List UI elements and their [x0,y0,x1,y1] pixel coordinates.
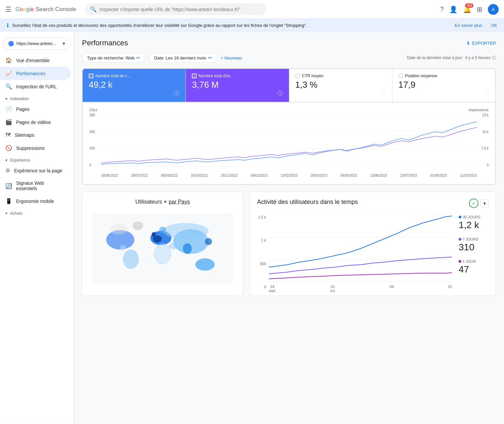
metric-info-icon[interactable]: ⓘ [174,90,179,96]
site-name: https://www.artetor... [16,41,60,46]
x-label-sept24: 24 [270,285,275,289]
metric-card-ctr[interactable]: CTR moyen 1,3 % ⓘ [289,69,392,102]
metric-checkbox[interactable] [89,74,93,78]
sidebar-item-exp-page[interactable]: ⚙ Expérience sur la page [0,164,71,177]
legend-text-1: 1 JOUR [463,259,476,263]
svg-point-8 [123,250,139,269]
sidebar-item-pages[interactable]: 📄 Pages [0,102,71,116]
sidebar-section-experience[interactable]: ▾ Expérience [0,155,74,164]
metric-value: 1,3 % [295,80,386,90]
sidebar-item-label: Ergonomie mobile [16,199,54,204]
dropdown-button[interactable]: ▾ [480,199,489,208]
activity-chart-area: 1,5 k 1 k 500 0 [257,215,452,289]
sidebar-item-videos[interactable]: 🎬 Pages de vidéos [0,116,71,129]
legend-label-7: 7 JOURS [459,237,489,241]
sidebar-item-vue-ensemble[interactable]: 🏠 Vue d'ensemble [0,54,71,67]
site-selector[interactable]: https://www.artetor... ▾ [3,37,71,50]
map-title: Utilisateurs ▾ par Pays [89,199,236,205]
metric-info-icon[interactable]: ⓘ [484,90,489,96]
help-circle-icon[interactable]: ⓘ [492,55,496,61]
x-axis-labels: 18/06/2022 28/07/2022 06/09/2022 16/10/2… [89,174,489,177]
edit-icon: ✏ [136,55,140,60]
y-label-1500: 1,5 k [257,215,266,219]
last-update: Date de la dernière mise à jour : il y a… [407,55,496,61]
x-label-5: 04/01/2023 [251,174,267,177]
sidebar-section-achats[interactable]: ▾ Achats [0,208,74,217]
sidebar-item-mobile[interactable]: 📱 Ergonomie mobile [0,195,71,208]
metric-label: CTR moyen [295,74,386,78]
vitals-icon: 🔄 [5,183,12,189]
sidebar-item-label: Pages de vidéos [16,120,51,125]
x-label-8: 04/05/2023 [340,174,357,177]
notification-badge: 103 [465,3,473,8]
help-icon[interactable]: ? [440,5,444,13]
x-label-1: 28/07/2022 [131,174,148,177]
search-bar[interactable]: 🔍 [85,3,266,15]
map-title-users: Utilisateurs [135,199,162,205]
metric-card-position[interactable]: Position moyenne 17,9 ⓘ [392,69,496,102]
y-label-1000: 1 k [257,238,266,242]
chart-svg [101,113,477,167]
filter-type-label: Type de recherche: Web [87,55,134,60]
sidebar-item-label: Signaux Web essentiels [16,180,66,191]
info-icon: ℹ [7,22,9,29]
metric-checkbox[interactable] [192,74,197,78]
perf-header: Performances ⬇ EXPORTER [82,39,496,47]
metric-info-icon[interactable]: ⓘ [278,90,283,96]
sidebar-item-suppressions[interactable]: 🚫 Suppressions [0,141,71,155]
accounts-icon[interactable]: 👤 [449,5,458,13]
sidebar-item-sitemaps[interactable]: 🗺 Sitemaps [0,129,71,141]
legend-value-1: 47 [459,264,489,275]
filter-search-type[interactable]: Type de recherche: Web ✏ [82,53,145,63]
suppress-icon: 🚫 [5,145,12,151]
search-input[interactable] [99,7,261,12]
site-favicon [8,41,14,46]
sitemap-icon: 🗺 [5,132,11,138]
x-label-4: 25/11/2022 [221,174,238,177]
sidebar-section-indexation[interactable]: ▾ Indexation [0,93,74,102]
y-label-23k: 23 k [478,113,489,117]
dropdown-icon[interactable]: ▾ [164,199,167,205]
sidebar-item-web-vitals[interactable]: 🔄 Signaux Web essentiels [0,177,71,195]
sidebar-item-performances[interactable]: 📈 Performances [0,67,71,80]
performance-chart: Clics Impressions 300 200 100 0 23 k 15 … [82,102,496,184]
filter-date[interactable]: Date: Les 16 derniers mois ✏ [149,53,217,63]
x-label-3: 16/10/2022 [191,174,208,177]
section-label: Indexation [10,96,29,101]
sidebar-item-label: Pages [16,107,30,112]
legend-dot-7 [459,238,461,241]
check-green-icon[interactable]: ✓ [469,199,478,208]
chart-icon: 📈 [5,70,12,77]
topbar: ☰ Google Search Console 🔍 ? 👤 🔔 103 ⊞ A [0,0,504,19]
export-label: EXPORTER [472,41,496,46]
banner-link[interactable]: En savoir plus [455,23,482,28]
topbar-left: ☰ Google Search Console [5,5,79,13]
legend-30days: 30 JOURS 1,2 k [459,215,489,230]
menu-icon[interactable]: ☰ [5,5,11,13]
legend-7days: 7 JOURS 310 [459,237,489,253]
activity-title: Activité des utilisateurs dans le temps [257,199,358,206]
y-label-0r: 0 [478,163,489,167]
metric-card-impressions[interactable]: Nombre total d'im... 3,76 M ⓘ [185,69,289,102]
metric-info-icon[interactable]: ⓘ [381,90,386,96]
export-button[interactable]: ⬇ EXPORTER [466,41,496,46]
inspect-icon: 🔍 [5,83,12,90]
video-icon: 🎬 [5,119,12,125]
banner-ok[interactable]: OK [491,23,497,28]
new-filter-button[interactable]: + Nouveau [221,55,242,60]
home-icon: 🏠 [5,57,12,63]
activity-legend: 30 JOURS 1,2 k 7 JOURS 310 [455,215,489,289]
line-7days [269,257,452,274]
avatar[interactable]: A [488,4,499,15]
notification-icon[interactable]: 🔔 103 [463,5,471,13]
svg-point-17 [169,243,177,249]
collapse-icon: ▾ [5,211,7,216]
metric-checkbox[interactable] [295,74,300,78]
export-icon: ⬇ [466,41,470,46]
metric-value: 49,2 k [89,80,179,90]
metric-checkbox[interactable] [398,74,403,78]
grid-icon[interactable]: ⊞ [477,5,482,13]
metric-card-clicks[interactable]: Nombre total de c... 49,2 k ⓘ [82,69,185,102]
sidebar-item-inspection-url[interactable]: 🔍 Inspection de l'URL [0,80,71,93]
map-title-country: par Pays [169,199,190,205]
